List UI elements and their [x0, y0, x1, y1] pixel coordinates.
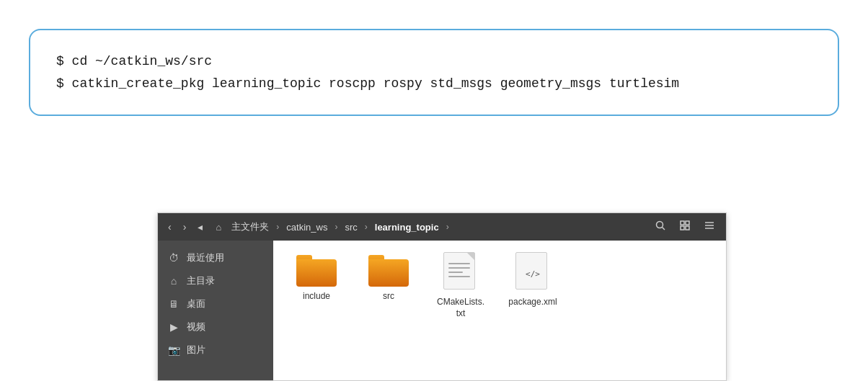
- sidebar-label-video: 视频: [187, 321, 205, 333]
- svg-rect-3: [686, 221, 689, 225]
- breadcrumb-catkin[interactable]: catkin_ws: [280, 220, 333, 235]
- terminal-box: $ cd ~/catkin_ws/src $ catkin_create_pkg…: [29, 29, 839, 116]
- pictures-icon: 📷: [168, 344, 180, 356]
- sidebar-label-desktop: 桌面: [187, 297, 205, 310]
- folder-icon-include: [296, 252, 337, 287]
- file-item-cmakelists[interactable]: CMakeLists.txt: [432, 252, 490, 319]
- breadcrumb-src[interactable]: src: [339, 220, 363, 235]
- search-button[interactable]: [650, 218, 671, 236]
- file-label-packagexml: package.xml: [508, 297, 557, 308]
- document-icon-cmakelists: [443, 252, 478, 292]
- file-label-src: src: [383, 291, 394, 302]
- menu-button[interactable]: [699, 218, 720, 236]
- terminal-line-2: $ catkin_create_pkg learning_topic roscp…: [56, 73, 812, 95]
- file-manager-sidebar: ⏱ 最近使用 ⌂ 主目录 🖥 桌面 ▶ 视频 📷 图片: [158, 241, 273, 380]
- file-label-cmakelists: CMakeLists.txt: [437, 297, 484, 319]
- xml-icon-package: </>: [515, 252, 550, 292]
- breadcrumb-sep-1: ›: [276, 222, 279, 232]
- file-item-include[interactable]: include: [288, 252, 345, 302]
- sidebar-label-recent: 最近使用: [187, 251, 224, 264]
- file-manager-body: ⏱ 最近使用 ⌂ 主目录 🖥 桌面 ▶ 视频 📷 图片: [158, 241, 726, 380]
- sidebar-item-recent[interactable]: ⏱ 最近使用: [158, 246, 273, 269]
- sidebar-item-video[interactable]: ▶ 视频: [158, 315, 273, 339]
- desktop-icon: 🖥: [168, 298, 180, 310]
- forward-button[interactable]: ›: [179, 218, 191, 236]
- video-icon: ▶: [168, 321, 180, 333]
- home-icon: ⌂: [168, 275, 180, 287]
- breadcrumb-learning-topic[interactable]: learning_topic: [369, 220, 445, 235]
- sidebar-item-home[interactable]: ⌂ 主目录: [158, 269, 273, 292]
- folder-icon-src: [368, 252, 409, 287]
- terminal-line-1: $ cd ~/catkin_ws/src: [56, 50, 812, 73]
- breadcrumb-sep-2: ›: [335, 222, 337, 232]
- view-toggle-button[interactable]: [674, 218, 696, 236]
- file-area: include src: [273, 241, 726, 380]
- sidebar-item-pictures[interactable]: 📷 图片: [158, 339, 273, 362]
- svg-rect-2: [681, 221, 684, 225]
- file-label-include: include: [303, 291, 330, 302]
- svg-rect-5: [686, 226, 689, 230]
- svg-rect-4: [681, 226, 684, 230]
- recent-icon: ⏱: [168, 252, 180, 264]
- breadcrumb-sep-3: ›: [365, 222, 368, 232]
- file-item-packagexml[interactable]: </> package.xml: [504, 252, 562, 308]
- breadcrumb-home[interactable]: 主文件夹: [226, 218, 275, 236]
- sidebar-item-desktop[interactable]: 🖥 桌面: [158, 292, 273, 315]
- file-manager-toolbar: ‹ › ◂ ⌂ 主文件夹 › catkin_ws › src › learnin…: [158, 213, 726, 241]
- sidebar-label-pictures: 图片: [187, 344, 205, 357]
- toolbar-right-actions: [650, 218, 720, 236]
- home-crumb-icon: ⌂: [213, 221, 224, 233]
- file-manager: ‹ › ◂ ⌂ 主文件夹 › catkin_ws › src › learnin…: [157, 212, 727, 381]
- up-button[interactable]: ◂: [193, 218, 207, 236]
- file-item-src[interactable]: src: [360, 252, 417, 302]
- breadcrumb: ⌂ 主文件夹 › catkin_ws › src › learning_topi…: [213, 218, 647, 236]
- svg-line-1: [663, 228, 665, 230]
- breadcrumb-sep-4: ›: [446, 222, 449, 232]
- sidebar-label-home: 主目录: [187, 274, 215, 287]
- back-button[interactable]: ‹: [164, 218, 176, 236]
- svg-point-0: [657, 222, 663, 228]
